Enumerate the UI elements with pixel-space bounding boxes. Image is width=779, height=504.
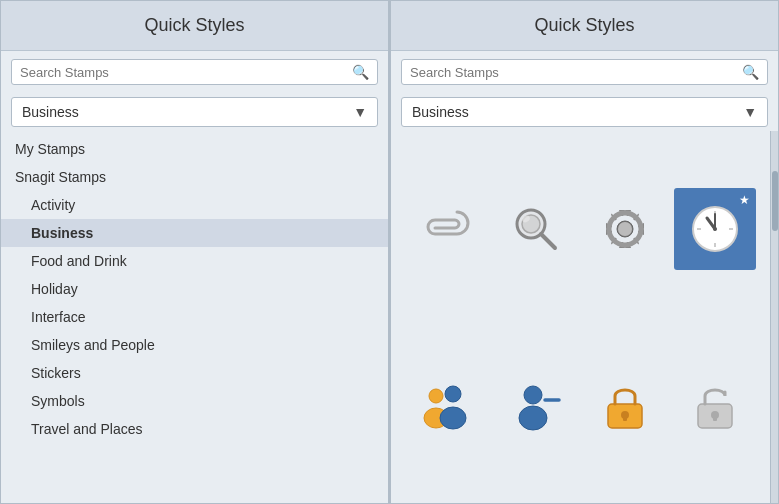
list-item[interactable]: Snagit Stamps (1, 163, 388, 191)
icon-cell-person-minus[interactable] (495, 364, 577, 446)
left-panel-title: Quick Styles (1, 1, 388, 51)
list-item[interactable]: My Stamps (1, 135, 388, 163)
svg-point-19 (445, 386, 461, 402)
right-search-icon: 🔍 (742, 64, 759, 80)
icon-cell-magnifier[interactable] (495, 188, 577, 270)
icon-grid: ★ (391, 131, 770, 503)
list-item[interactable]: Travel and Places (1, 415, 388, 443)
right-panel-title: Quick Styles (391, 1, 778, 51)
list-item[interactable]: Stickers (1, 359, 388, 387)
svg-point-17 (429, 389, 443, 403)
icon-cell-people-group[interactable] (405, 364, 487, 446)
list-item[interactable]: Activity (1, 191, 388, 219)
left-list: My StampsSnagit StampsActivityBusinessFo… (1, 131, 388, 503)
svg-rect-29 (713, 415, 717, 421)
star-icon: ★ (739, 193, 750, 207)
icon-cell-paperclip[interactable] (405, 188, 487, 270)
left-panel: Quick Styles 🔍 Business ▼ My StampsSnagi… (0, 0, 389, 504)
left-dropdown-arrow-icon: ▼ (353, 104, 367, 120)
icon-cell-lock-closed[interactable] (584, 364, 666, 446)
left-search-input[interactable] (20, 65, 352, 80)
icon-cell-clock[interactable]: ★ (674, 188, 756, 270)
icon-cell-gear[interactable] (584, 188, 666, 270)
right-scrollbar[interactable] (770, 131, 778, 503)
left-dropdown-label: Business (22, 104, 79, 120)
right-dropdown-arrow-icon: ▼ (743, 104, 757, 120)
svg-point-20 (440, 407, 466, 429)
left-search-bar[interactable]: 🔍 (11, 59, 378, 85)
svg-point-16 (713, 227, 717, 231)
right-dropdown-label: Business (412, 104, 469, 120)
right-search-input[interactable] (410, 65, 742, 80)
svg-point-7 (618, 222, 632, 236)
list-item[interactable]: Symbols (1, 387, 388, 415)
list-item[interactable]: Business (1, 219, 388, 247)
list-item[interactable]: Food and Drink (1, 247, 388, 275)
scrollbar-thumb (772, 171, 778, 231)
svg-point-22 (519, 406, 547, 430)
list-item[interactable]: Interface (1, 303, 388, 331)
left-dropdown[interactable]: Business ▼ (11, 97, 378, 127)
right-search-bar[interactable]: 🔍 (401, 59, 768, 85)
icon-cell-lock-open[interactable] (674, 364, 756, 446)
left-search-icon: 🔍 (352, 64, 369, 80)
right-dropdown[interactable]: Business ▼ (401, 97, 768, 127)
right-panel: Quick Styles 🔍 Business ▼ (389, 0, 779, 504)
list-item[interactable]: Smileys and People (1, 331, 388, 359)
list-item[interactable]: Holiday (1, 275, 388, 303)
svg-point-21 (524, 386, 542, 404)
svg-rect-26 (623, 415, 627, 421)
svg-line-1 (541, 234, 555, 248)
